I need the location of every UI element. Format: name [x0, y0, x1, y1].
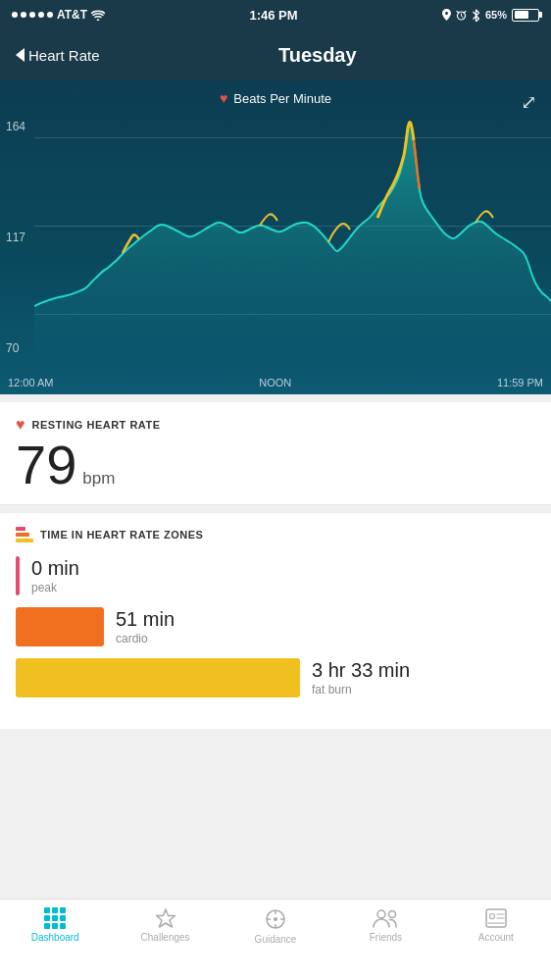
nav-label-challenges: Challenges: [141, 932, 190, 943]
fatburn-zone-info: 3 hr 33 min fat burn: [312, 659, 410, 696]
status-bar: AT&T 1:46 PM 65%: [0, 0, 551, 29]
nav-label-account: Account: [478, 932, 514, 943]
fatburn-zone-bar: [16, 658, 300, 697]
svg-point-10: [489, 914, 494, 919]
status-left: AT&T: [12, 8, 105, 22]
fatburn-zone-time: 3 hr 33 min: [312, 659, 410, 682]
guidance-icon: [264, 907, 287, 931]
y-label-top: 164: [6, 120, 25, 133]
location-icon: [442, 9, 451, 21]
cardio-zone-value-row: 51 min: [116, 608, 175, 631]
heart-rate-chart-svg: [34, 120, 551, 357]
y-label-bottom: 70: [6, 341, 25, 355]
peak-zone-value-row: 0 min: [31, 557, 79, 580]
fatburn-zone-row: 3 hr 33 min fat burn: [16, 658, 535, 697]
zones-bars-icon: [16, 527, 33, 542]
status-right: 65%: [442, 9, 539, 22]
resting-heart-rate-section: ♥ RESTING HEART RATE 79 bpm: [0, 402, 551, 505]
zones-title: TIME IN HEART RATE ZONES: [40, 529, 203, 541]
nav-item-challenges[interactable]: Challenges: [110, 907, 220, 943]
peak-zone-inner: 0 min peak: [16, 556, 535, 595]
resting-section-header: ♥ RESTING HEART RATE: [16, 416, 535, 434]
friends-icon: [372, 907, 399, 929]
legend-heart-icon: ♥: [220, 90, 227, 106]
nav-item-guidance[interactable]: Guidance: [221, 907, 330, 945]
nav-item-account[interactable]: Account: [441, 907, 551, 943]
back-label: Heart Rate: [28, 47, 100, 64]
resting-heart-icon: ♥: [16, 416, 25, 434]
resting-value-row: 79 bpm: [16, 438, 535, 492]
expand-button[interactable]: ⤢: [521, 90, 537, 114]
fatburn-zone-value-row: 3 hr 33 min: [312, 659, 410, 682]
bottom-nav: Dashboard Challenges Guidance Friends: [0, 899, 551, 980]
signal-dots: [12, 12, 53, 18]
cardio-zone-label: cardio: [116, 632, 175, 645]
x-label-end: 11:59 PM: [497, 377, 543, 388]
x-label-start: 12:00 AM: [8, 377, 53, 388]
cardio-zone-inner: 51 min cardio: [16, 607, 535, 646]
cardio-zone-time: 51 min: [116, 608, 175, 631]
heart-rate-zones-section: TIME IN HEART RATE ZONES 0 min peak 51 m…: [0, 513, 551, 729]
chart-legend: ♥ Beats Per Minute: [0, 80, 551, 112]
battery-percent: 65%: [485, 9, 507, 21]
peak-zone-label: peak: [31, 581, 79, 594]
chevron-left-icon: [16, 48, 25, 62]
resting-title: RESTING HEART RATE: [32, 419, 161, 431]
svg-point-2: [274, 917, 277, 921]
x-label-mid: NOON: [259, 377, 291, 388]
zones-header: TIME IN HEART RATE ZONES: [16, 527, 535, 542]
page-title: Tuesday: [100, 44, 535, 67]
nav-header: Heart Rate Tuesday: [0, 29, 551, 80]
back-button[interactable]: Heart Rate: [16, 47, 100, 64]
fatburn-zone-inner: 3 hr 33 min fat burn: [16, 658, 535, 697]
challenges-icon: [154, 907, 177, 929]
peak-zone-row: 0 min peak: [16, 556, 535, 595]
fatburn-zone-label: fat burn: [312, 683, 410, 696]
cardio-zone-row: 51 min cardio: [16, 607, 535, 646]
cardio-zone-info: 51 min cardio: [116, 608, 175, 645]
peak-zone-bar: [16, 556, 20, 595]
nav-item-dashboard[interactable]: Dashboard: [0, 907, 110, 943]
peak-zone-time: 0 min: [31, 557, 79, 580]
svg-point-7: [377, 910, 385, 918]
resting-bpm-unit: bpm: [82, 469, 115, 489]
nav-item-friends[interactable]: Friends: [330, 907, 440, 943]
heart-rate-chart-container: ♥ Beats Per Minute ⤢ 164 117 70 1: [0, 80, 551, 394]
legend-label: Beats Per Minute: [233, 91, 331, 106]
nav-label-dashboard: Dashboard: [31, 932, 79, 943]
battery-icon: [512, 9, 539, 22]
gap-1: [0, 394, 551, 402]
account-icon: [484, 907, 508, 929]
dashboard-icon: [44, 907, 66, 929]
resting-bpm-value: 79: [16, 438, 76, 492]
status-time: 1:46 PM: [249, 8, 297, 23]
nav-label-friends: Friends: [370, 932, 402, 943]
carrier-label: AT&T: [57, 8, 87, 22]
cardio-zone-bar: [16, 607, 104, 646]
gap-2: [0, 505, 551, 513]
alarm-icon: [456, 10, 467, 21]
svg-point-8: [389, 911, 396, 918]
bluetooth-icon: [472, 9, 480, 22]
chart-x-labels: 12:00 AM NOON 11:59 PM: [0, 377, 551, 388]
nav-label-guidance: Guidance: [255, 934, 297, 945]
peak-zone-info: 0 min peak: [31, 557, 79, 594]
y-label-mid: 117: [6, 231, 25, 244]
wifi-icon: [91, 10, 105, 21]
chart-y-labels: 164 117 70: [6, 120, 25, 355]
